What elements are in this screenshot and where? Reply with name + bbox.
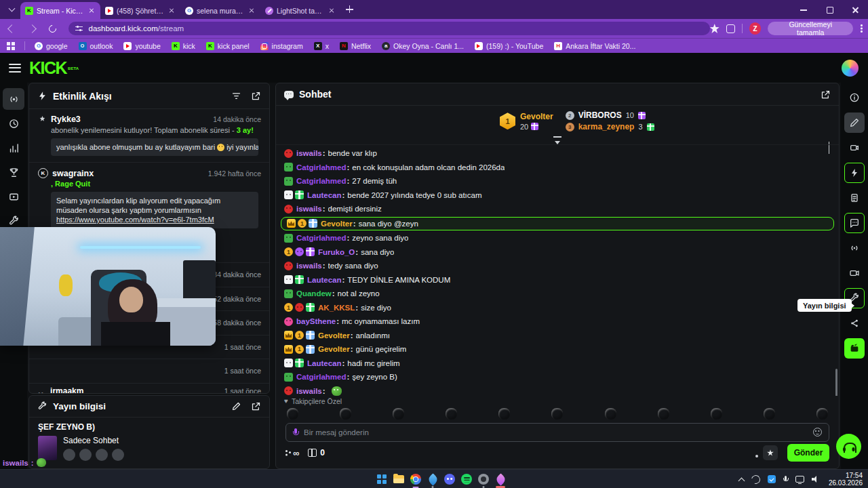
- webcam-preview-window[interactable]: [0, 227, 216, 346]
- site-settings-icon[interactable]: [75, 26, 83, 32]
- chat-message[interactable]: iswails: [276, 384, 839, 396]
- discord-button[interactable]: [443, 473, 456, 485]
- quick-emote[interactable]: [764, 408, 775, 420]
- tab-close-icon[interactable]: [328, 7, 336, 15]
- quick-emote[interactable]: [393, 408, 404, 420]
- browser-profile-avatar[interactable]: Z: [749, 22, 762, 35]
- activity-event-subscription[interactable]: Rykke3 14 dakika önce abonelik yenilemes…: [29, 109, 269, 163]
- update-chrome-button[interactable]: Güncellemeyi tamamla: [768, 22, 853, 35]
- support-chat-button[interactable]: [836, 434, 861, 459]
- category-thumbnail[interactable]: [38, 436, 57, 460]
- category-name[interactable]: Sadece Sohbet: [63, 436, 124, 445]
- chat-username[interactable]: Lautecan: [307, 191, 344, 199]
- back-button[interactable]: [4, 20, 20, 37]
- edit-icon[interactable]: [231, 401, 241, 411]
- quick-emote[interactable]: [498, 408, 510, 420]
- chat-message[interactable]: iswails demişti dersiniz: [276, 202, 839, 216]
- chat-username[interactable]: Catgirlahmed: [296, 373, 349, 381]
- app-button[interactable]: [477, 473, 490, 485]
- leaderboard-rank-3[interactable]: 3 karma_zeynep 3: [566, 122, 654, 131]
- chat-input[interactable]: [304, 428, 808, 436]
- paint-app-button[interactable]: [427, 473, 439, 485]
- chat-username[interactable]: Gevolter: [321, 220, 356, 228]
- chat-username[interactable]: iswails: [296, 262, 326, 270]
- leaderboard-rank-2[interactable]: 2 VİRBOROS 10: [566, 110, 654, 120]
- chat-message[interactable]: Catgirlahmed şey zeyno B): [276, 370, 839, 384]
- emoji-picker-icon[interactable]: [813, 428, 822, 436]
- chat-username[interactable]: Gevolter: [318, 345, 353, 353]
- chat-message[interactable]: Lautecan bende 2027 yılında tedye 0 sub …: [276, 188, 839, 203]
- profile-avatar[interactable]: [842, 60, 859, 77]
- filter-icon[interactable]: [231, 91, 241, 101]
- bookmark-item[interactable]: Netflix: [340, 42, 371, 50]
- chat-message[interactable]: baySthene mc oynamaması lazım: [276, 314, 839, 329]
- stream-tag[interactable]: [96, 449, 108, 461]
- edit-stream-button[interactable]: [844, 113, 865, 133]
- menu-icon[interactable]: [9, 64, 21, 73]
- quick-emote[interactable]: [551, 408, 563, 420]
- microphone-icon[interactable]: [293, 428, 298, 436]
- chat-message[interactable]: Lautecan TEDY DİNLE AMINA KODUM: [276, 273, 839, 287]
- volume-tray-icon[interactable]: [812, 476, 820, 483]
- sync-tray-icon[interactable]: [768, 475, 776, 483]
- chat-username[interactable]: Lautecan: [307, 359, 344, 367]
- chat-button[interactable]: [844, 213, 865, 233]
- info-button[interactable]: [844, 87, 865, 108]
- chat-message[interactable]: Lautecan hadi mc girelim: [276, 357, 839, 371]
- chat-message[interactable]: Furuko_O sana diyo: [276, 245, 839, 260]
- leaderboard-rank-1[interactable]: 1 Gevolter 20: [500, 112, 553, 131]
- sidebar-item-achievements[interactable]: [3, 161, 24, 183]
- chat-message[interactable]: Catgirlahmed en cok konuşulan adam olcan…: [276, 161, 839, 175]
- activity-feed-button[interactable]: [844, 163, 865, 183]
- sidebar-item-stream[interactable]: [3, 88, 24, 110]
- reload-button[interactable]: [45, 20, 61, 37]
- kick-logo[interactable]: KICKBETA: [29, 61, 79, 75]
- share-button[interactable]: [844, 313, 865, 333]
- file-explorer-button[interactable]: [393, 473, 405, 485]
- obs-tray-icon[interactable]: [751, 475, 760, 484]
- tab-close-icon[interactable]: [167, 7, 176, 15]
- quick-emote[interactable]: [658, 408, 669, 420]
- stream-tag[interactable]: [112, 449, 124, 461]
- browser-menu-icon[interactable]: [860, 24, 863, 33]
- chat-message[interactable]: iswails tedy sana diyo: [276, 259, 839, 273]
- costream-icon[interactable]: ∞: [285, 448, 298, 458]
- browser-tab[interactable]: (458) Şöhretin Korkunç Bedeli: [100, 2, 180, 19]
- chat-message[interactable]: Gevolter anladınmı: [276, 329, 839, 343]
- chat-username[interactable]: Catgirlahmed: [296, 234, 349, 242]
- chat-username[interactable]: Furuko_O: [318, 248, 358, 256]
- chat-message[interactable]: iswails bende var klıp: [276, 146, 839, 161]
- chat-username[interactable]: baySthene: [296, 317, 339, 325]
- bookmark-item[interactable]: Ankara İftar Vakti 20...: [554, 42, 635, 50]
- stream-health-button[interactable]: [844, 238, 865, 258]
- chat-username[interactable]: iswails: [296, 205, 326, 213]
- send-button[interactable]: Gönder: [787, 444, 829, 462]
- quick-emote[interactable]: [816, 408, 828, 420]
- chrome-button[interactable]: [410, 473, 422, 485]
- chat-username[interactable]: Lautecan: [307, 276, 344, 284]
- gift-counter[interactable]: 0: [308, 448, 325, 458]
- clip-camera-button[interactable]: [844, 263, 865, 283]
- lightshot-button[interactable]: [494, 473, 507, 485]
- stream-tag[interactable]: [79, 449, 92, 461]
- bookmark-item[interactable]: google: [35, 42, 68, 50]
- quick-emote[interactable]: [446, 408, 457, 420]
- chat-message[interactable]: Quandew not al zeyno: [276, 287, 839, 301]
- quick-emote[interactable]: [340, 408, 351, 420]
- new-tab-button[interactable]: [343, 3, 357, 16]
- chat-scrollbar[interactable]: [835, 369, 837, 396]
- bookmark-item[interactable]: kick panel: [206, 42, 250, 50]
- extension-icon[interactable]: [726, 24, 735, 33]
- popout-icon[interactable]: [821, 89, 831, 100]
- quick-emote[interactable]: [605, 408, 616, 420]
- chat-username[interactable]: Catgirlahmed: [296, 163, 349, 171]
- tab-search-button[interactable]: [4, 3, 19, 16]
- sidebar-item-analytics[interactable]: [3, 137, 24, 159]
- browser-tab[interactable]: LightShot tarafından Ekran Gör: [260, 2, 340, 19]
- emotes-menu-button[interactable]: [763, 445, 778, 460]
- popout-icon[interactable]: [251, 91, 261, 101]
- moderation-log-button[interactable]: [844, 188, 865, 208]
- tray-expand-button[interactable]: [739, 476, 744, 483]
- window-maximize-button[interactable]: [816, 0, 842, 19]
- chat-message[interactable]: Catgirlahmed zeyno sana diyo: [276, 231, 839, 245]
